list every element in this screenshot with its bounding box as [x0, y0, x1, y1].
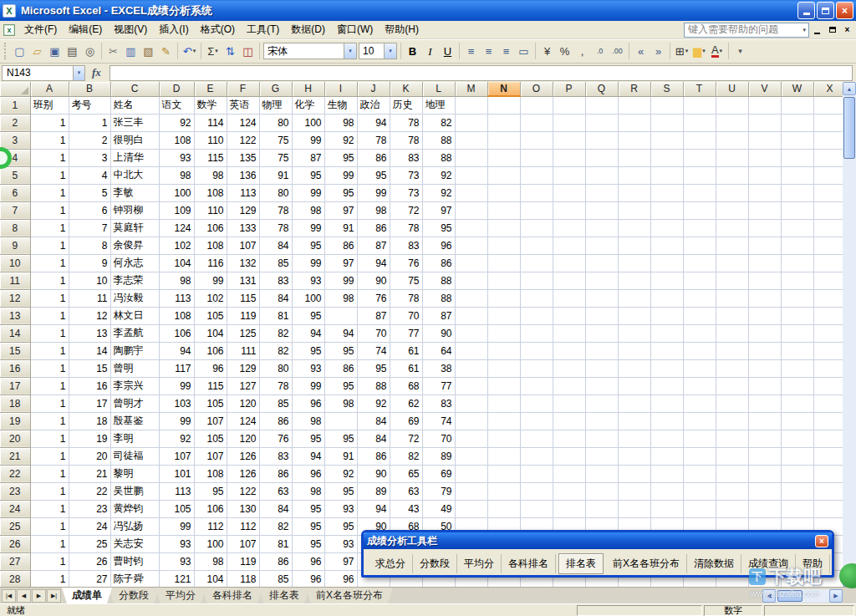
cell[interactable]: 75: [390, 272, 422, 289]
cell[interactable]: 124: [227, 412, 259, 430]
cell[interactable]: 98: [324, 289, 357, 307]
borders-icon-caret[interactable]: ▾: [685, 48, 689, 54]
horizontal-scroll-thumb[interactable]: [777, 590, 802, 602]
cell[interactable]: [487, 430, 520, 447]
cell[interactable]: 21: [69, 465, 110, 482]
cell[interactable]: 68: [390, 377, 422, 395]
cell[interactable]: 历史: [390, 96, 422, 114]
cell[interactable]: 108: [159, 307, 194, 324]
cell[interactable]: 曾明: [110, 359, 159, 377]
cell[interactable]: [650, 237, 683, 254]
cell[interactable]: 99: [324, 166, 357, 184]
cell[interactable]: 1: [30, 500, 69, 517]
cell[interactable]: [748, 272, 781, 289]
column-header-R[interactable]: R: [618, 82, 650, 96]
cell[interactable]: [455, 149, 487, 166]
cell[interactable]: [618, 272, 650, 289]
cell[interactable]: 119: [227, 307, 259, 324]
cell[interactable]: 99: [159, 412, 194, 430]
font-name-combo-arrow-icon[interactable]: ▾: [344, 43, 356, 59]
cell[interactable]: [716, 377, 748, 395]
cell[interactable]: 98: [292, 201, 324, 219]
cell[interactable]: [585, 219, 618, 237]
cell[interactable]: [716, 96, 748, 114]
cell[interactable]: 1: [69, 114, 110, 131]
cell[interactable]: [553, 272, 585, 289]
cell[interactable]: 106: [194, 342, 227, 359]
cell[interactable]: 12: [69, 307, 110, 324]
row-header-16[interactable]: 16: [0, 359, 30, 377]
cell[interactable]: 1: [30, 307, 69, 324]
column-header-M[interactable]: M: [455, 82, 487, 96]
name-box-caret-icon[interactable]: ▾: [73, 66, 84, 80]
cell[interactable]: [683, 131, 716, 149]
cell[interactable]: [716, 359, 748, 377]
cell[interactable]: [813, 482, 843, 500]
cell[interactable]: 96: [292, 552, 324, 570]
cell[interactable]: 5: [69, 184, 110, 201]
cell[interactable]: [618, 96, 650, 114]
cell[interactable]: 96: [292, 465, 324, 482]
save-icon[interactable]: ▣: [46, 42, 64, 60]
cell[interactable]: 李志荣: [110, 272, 159, 289]
cell[interactable]: 70: [357, 324, 390, 342]
cell[interactable]: 100: [292, 114, 324, 131]
row-header-15[interactable]: 15: [0, 342, 30, 359]
cell[interactable]: 95: [292, 430, 324, 447]
menu-item-7[interactable]: 数据(D): [285, 20, 331, 39]
cell[interactable]: [683, 430, 716, 447]
cell[interactable]: [455, 131, 487, 149]
cell[interactable]: 83: [390, 237, 422, 254]
cell[interactable]: 19: [69, 430, 110, 447]
cell[interactable]: [716, 149, 748, 166]
cell[interactable]: 22: [69, 482, 110, 500]
cell[interactable]: 黄烨钧: [110, 500, 159, 517]
cell[interactable]: 95: [194, 482, 227, 500]
workbook-restore-button[interactable]: [825, 23, 839, 37]
cell[interactable]: [716, 201, 748, 219]
cell[interactable]: 77: [390, 324, 422, 342]
autosum-icon-caret[interactable]: ▾: [215, 48, 218, 54]
column-header-A[interactable]: A: [30, 82, 69, 96]
cell[interactable]: [585, 342, 618, 359]
cell[interactable]: 110: [194, 131, 227, 149]
workbook-close-button[interactable]: ×: [840, 23, 854, 37]
cell[interactable]: 106: [194, 500, 227, 517]
cell[interactable]: 95: [324, 149, 357, 166]
cell[interactable]: 116: [194, 254, 227, 272]
cell[interactable]: [781, 307, 813, 324]
cell[interactable]: 莫庭轩: [110, 219, 159, 237]
cell[interactable]: [683, 465, 716, 482]
cell[interactable]: [748, 359, 781, 377]
cell[interactable]: 65: [390, 465, 422, 482]
cell[interactable]: [650, 465, 683, 482]
cell[interactable]: 63: [390, 482, 422, 500]
fill-color-icon[interactable]: ▆▾: [690, 42, 708, 60]
cell[interactable]: 90: [422, 324, 455, 342]
cell[interactable]: [455, 184, 487, 201]
cell[interactable]: [748, 114, 781, 131]
cell[interactable]: 20: [69, 447, 110, 465]
cell[interactable]: [487, 289, 520, 307]
cell[interactable]: 107: [194, 412, 227, 430]
cell[interactable]: [683, 482, 716, 500]
new-document-icon[interactable]: ▢: [11, 42, 28, 60]
cell[interactable]: [683, 412, 716, 430]
column-header-H[interactable]: H: [292, 82, 324, 96]
cell[interactable]: [781, 201, 813, 219]
menu-item-6[interactable]: 工具(T): [241, 20, 285, 39]
cell[interactable]: 115: [227, 289, 259, 307]
cell[interactable]: [585, 272, 618, 289]
cell[interactable]: [781, 412, 813, 430]
cell[interactable]: 75: [259, 149, 292, 166]
cell[interactable]: 126: [227, 447, 259, 465]
cell[interactable]: [618, 465, 650, 482]
cell[interactable]: 78: [390, 114, 422, 131]
cell[interactable]: 136: [227, 166, 259, 184]
cell[interactable]: 63: [259, 482, 292, 500]
cell[interactable]: 82: [259, 342, 292, 359]
cell[interactable]: 曾明才: [110, 395, 159, 412]
cell[interactable]: [618, 377, 650, 395]
cell[interactable]: [487, 342, 520, 359]
cell[interactable]: 43: [390, 500, 422, 517]
